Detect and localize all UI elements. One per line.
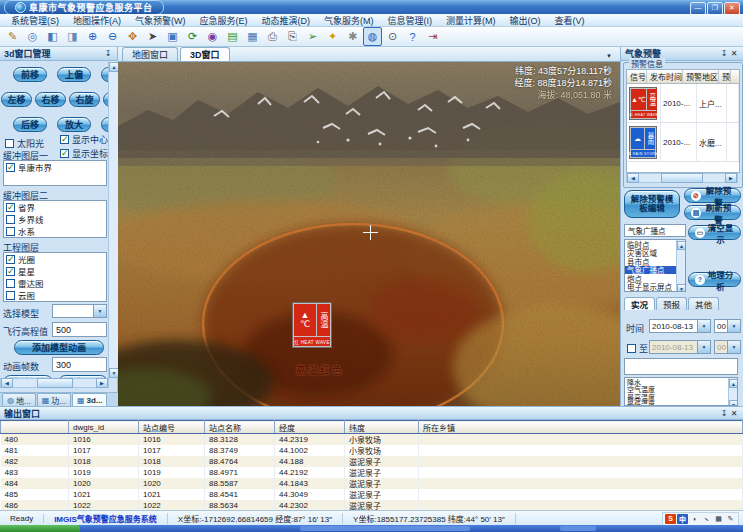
clear-display-button[interactable]: ▭ 清空显示 — [688, 225, 741, 240]
heat-wave-warning-icon[interactable]: ▲℃ 高温 红 HEAT WAVE — [292, 302, 332, 348]
point-type-item[interactable]: 电子显示屏点 — [625, 283, 677, 292]
nav-button[interactable]: 右旋 — [69, 92, 100, 107]
checkbox-icon[interactable] — [6, 255, 15, 264]
globe-3d-icon[interactable]: ◍ — [363, 27, 382, 46]
close-icon[interactable]: ✕ — [729, 409, 739, 418]
tab-map-layers[interactable]: ◍ 地... — [2, 393, 36, 406]
select-model-combo[interactable]: ▼ — [52, 304, 107, 318]
output-column-header[interactable]: 站点名称 — [205, 421, 275, 434]
layer-item[interactable]: 云图 — [4, 289, 106, 301]
show-center-checkbox[interactable]: 显示中心 — [58, 133, 108, 145]
hour-combo[interactable]: 00 ▼ — [714, 319, 741, 333]
warning-row[interactable]: ☁ 暴雨 蓝 RAIN STORM 2010-... 水磨... — [627, 123, 739, 162]
left-panel-horizontal-scrollbar[interactable]: ◀ ▶ — [0, 378, 109, 388]
zoom-in-icon[interactable]: ⊕ — [83, 27, 102, 46]
table-row[interactable]: 4831019 101988.4971 44.2192滋泥泉子 — [1, 467, 743, 478]
pointer-icon[interactable]: ➤ — [143, 27, 162, 46]
menu-item[interactable]: 信息管理(I) — [381, 14, 440, 27]
output-column-header[interactable]: 纬度 — [345, 421, 419, 434]
refresh-view-icon[interactable]: ⟳ — [183, 27, 202, 46]
warning-table[interactable]: 信号发布时间预警地区预 ▲℃ 高温 红 HEAT WAVE 2010-... — [626, 69, 740, 173]
scrollbar-thumb[interactable] — [37, 378, 73, 388]
scroll-left-icon[interactable]: ◀ — [1, 378, 13, 388]
element-filter-box[interactable] — [624, 358, 738, 375]
geo-analysis-button[interactable]: ? 地理分析 — [688, 272, 741, 287]
checkbox-icon[interactable] — [6, 291, 15, 300]
tab-list-dropdown-icon[interactable]: ▼ — [602, 50, 616, 61]
image-layer-icon[interactable]: ▤ — [223, 27, 242, 46]
menu-item[interactable]: 气象服务(M) — [317, 14, 381, 27]
scroll-down-icon[interactable]: ▼ — [677, 284, 686, 292]
layer-item[interactable]: 阜康市界 — [4, 161, 106, 173]
left-panel-vertical-scrollbar[interactable]: ▲ ▼ — [108, 61, 118, 378]
hour-to-combo[interactable]: 00 ▼ — [714, 340, 741, 354]
menu-item[interactable]: 测量计算(M) — [439, 14, 503, 27]
ime-moon-icon[interactable]: ◗ — [689, 514, 700, 524]
ime-punct-icon[interactable]: 丶 — [701, 514, 712, 524]
tab-3d-window[interactable]: 3D窗口 — [180, 47, 230, 61]
data-tab[interactable]: 预报 — [656, 297, 687, 310]
data-tab[interactable]: 实况 — [624, 297, 655, 310]
print-icon[interactable]: ⎙ — [263, 27, 282, 46]
tab-functions[interactable]: ▦ 功... — [37, 393, 71, 406]
point-list-vscrollbar[interactable]: ▲ ▼ — [676, 240, 685, 291]
layer-item[interactable]: 雷达图 — [4, 277, 106, 289]
tab-map-window[interactable]: 地图窗口 — [122, 47, 178, 61]
identify-icon[interactable]: ◎ — [23, 27, 42, 46]
point-type-list[interactable]: 临时点灾害区域县市点气象广播点炮点电子显示屏点 ▲ ▼ — [624, 239, 686, 292]
map-3d-viewport[interactable]: 纬度: 43度57分18.117秒 经度: 88度18分14.871秒 海拔: … — [118, 62, 620, 406]
menu-item[interactable]: 应急服务(E) — [193, 14, 255, 27]
add-model-anim-button[interactable]: 添加模型动画 — [14, 340, 104, 355]
scrollbar-thumb[interactable] — [661, 173, 703, 183]
print-export-icon[interactable]: ⎘ — [283, 27, 302, 46]
element-list[interactable]: 降水空气温度最高温度最低温度地表温度 ▲ ▼ — [624, 377, 738, 406]
date-to-combo[interactable]: 2010-08-13 ▼ — [649, 340, 711, 354]
element-list-vscrollbar[interactable]: ▲ ▼ — [728, 378, 737, 405]
chevron-down-icon[interactable]: ▼ — [727, 320, 740, 332]
scroll-right-icon[interactable]: ▶ — [725, 173, 737, 183]
layer-item[interactable]: 水系 — [4, 225, 106, 237]
light-icon[interactable]: ✦ — [323, 27, 342, 46]
pan-icon[interactable]: ✥ — [123, 27, 142, 46]
scroll-right-icon[interactable]: ▶ — [96, 378, 108, 388]
checkbox-icon[interactable] — [60, 149, 69, 158]
full-extent-icon[interactable]: ▣ — [163, 27, 182, 46]
project-layers-list[interactable]: 光圈 星星 雷达图 云图 — [3, 252, 107, 302]
menu-item[interactable]: 查看(V) — [548, 14, 592, 27]
layer-item[interactable]: 省界 — [4, 201, 106, 213]
chevron-down-icon[interactable]: ▼ — [93, 305, 106, 317]
checkbox-icon[interactable] — [6, 203, 15, 212]
start-button-edge[interactable] — [0, 525, 80, 532]
exit-icon[interactable]: ⇥ — [423, 27, 442, 46]
layer-item[interactable]: 乡界线 — [4, 213, 106, 225]
scroll-left-icon[interactable]: ◀ — [627, 173, 639, 183]
snapshot-icon[interactable]: ▦ — [243, 27, 262, 46]
fly-icon[interactable]: ➢ — [303, 27, 322, 46]
taskbar-item[interactable] — [300, 526, 470, 531]
sunlight-checkbox[interactable]: 太阳光 — [3, 137, 44, 149]
pin-icon[interactable]: ↧ — [719, 49, 729, 58]
scroll-up-icon[interactable]: ▲ — [729, 379, 738, 388]
checkbox-icon[interactable] — [6, 227, 15, 236]
output-column-header[interactable]: 站点编号 — [139, 421, 205, 434]
flight-height-input[interactable]: 500 — [52, 322, 107, 337]
warning-table-hscrollbar[interactable]: ◀ ▶ — [626, 173, 738, 183]
buffer-layer2-list[interactable]: 省界 乡界线 水系 — [3, 200, 107, 238]
table-row[interactable]: 4841020 102088.5587 44.1843滋泥泉子 — [1, 478, 743, 489]
pin-icon[interactable]: ↧ — [103, 49, 113, 58]
select-features-icon[interactable]: ◧ — [43, 27, 62, 46]
chevron-down-icon[interactable]: ▼ — [697, 341, 710, 353]
table-row[interactable]: 4801016 101688.3128 44.2319小泉牧场 — [1, 434, 743, 446]
lang-zh-icon[interactable]: 中 — [677, 514, 688, 524]
taskbar-item[interactable] — [560, 526, 596, 531]
query-icon[interactable]: ◉ — [203, 27, 222, 46]
show-coords-checkbox[interactable]: 显示坐标 — [58, 147, 108, 159]
nav-button[interactable]: 后移 — [13, 117, 47, 132]
checkbox-icon[interactable] — [60, 135, 69, 144]
menu-item[interactable]: 地图操作(A) — [66, 14, 128, 27]
buffer-layer1-list[interactable]: 阜康市界 — [3, 160, 107, 186]
checkbox-icon[interactable] — [627, 344, 636, 353]
layer-item[interactable]: 星星 — [4, 265, 106, 277]
chevron-down-icon[interactable]: ▼ — [727, 341, 740, 353]
menu-item[interactable]: 动态推演(D) — [255, 14, 318, 27]
